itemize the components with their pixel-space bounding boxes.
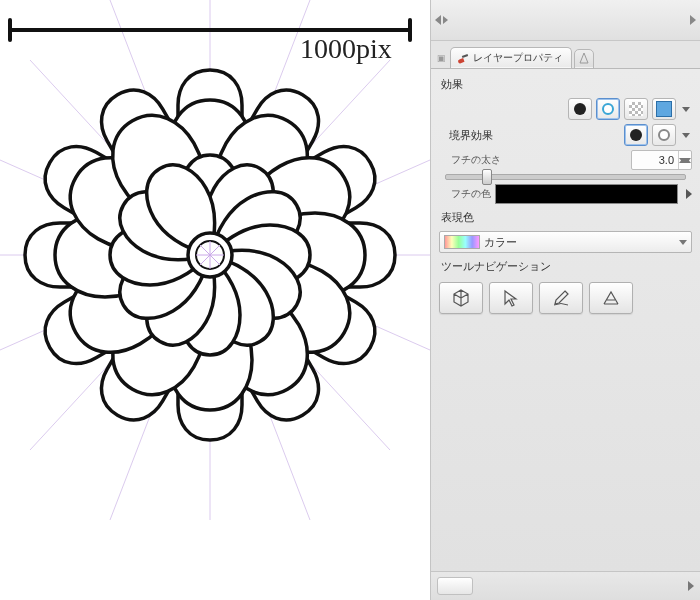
effect-more-icon[interactable] (682, 107, 690, 112)
thickness-spinner[interactable]: 3.0 (631, 150, 692, 170)
border-fill-button[interactable] (624, 124, 648, 146)
effect-color-button[interactable] (652, 98, 676, 120)
circle-fill-icon (630, 129, 642, 141)
thickness-slider[interactable] (445, 174, 686, 180)
expression-value: カラー (484, 235, 675, 250)
canvas-annotation: 1000pix (300, 33, 392, 64)
panel-footer (431, 571, 700, 600)
footer-arrow-icon[interactable] (688, 581, 694, 591)
spinner-down[interactable] (679, 160, 691, 169)
border-color-label: フチの色 (439, 187, 491, 201)
circle-gray-icon (658, 129, 670, 141)
nav-forward-icon[interactable] (690, 15, 696, 25)
thickness-label: フチの太さ (439, 153, 501, 167)
tool-object-button[interactable] (439, 282, 483, 314)
tool-select-button[interactable] (489, 282, 533, 314)
cube-icon (451, 288, 471, 308)
toolnav-heading: ツールナビゲーション (439, 257, 692, 276)
effect-fill-button[interactable] (568, 98, 592, 120)
tool-pen-button[interactable] (539, 282, 583, 314)
color-expand-icon[interactable] (686, 189, 692, 199)
layer-property-panel: ▣ レイヤープロパティ 効果 境界効果 フチの太さ (430, 0, 700, 600)
tool-perspective-button[interactable] (589, 282, 633, 314)
pointer-icon (501, 288, 521, 308)
circle-fill-icon (574, 103, 586, 115)
tab-row: ▣ レイヤープロパティ (431, 41, 700, 69)
nav-left-icon[interactable] (435, 15, 441, 25)
color-spectrum-icon (444, 235, 480, 249)
ruler-icon (579, 53, 589, 65)
footer-handle[interactable] (437, 577, 473, 595)
blue-square-icon (656, 101, 672, 117)
collapse-icon[interactable]: ▣ (437, 53, 446, 63)
tab-label: レイヤープロパティ (473, 51, 563, 65)
panel-body: 効果 境界効果 フチの太さ 3.0 フチの色 (431, 69, 700, 571)
tab-layer-property[interactable]: レイヤープロパティ (450, 47, 572, 68)
panel-header-strip (431, 0, 700, 41)
border-color-well[interactable] (495, 184, 678, 204)
dropdown-chevron-icon (679, 240, 687, 245)
tool-navigation-row (439, 282, 692, 314)
circle-outline-icon (602, 103, 614, 115)
tab-secondary[interactable] (574, 49, 594, 69)
nav-right-icon[interactable] (443, 16, 448, 24)
effect-outline-button[interactable] (596, 98, 620, 120)
drawing-canvas[interactable]: 1000pix (0, 0, 430, 600)
border-more-icon[interactable] (682, 133, 690, 138)
slider-thumb[interactable] (482, 169, 492, 185)
expression-heading: 表現色 (439, 208, 692, 227)
pen-icon (551, 288, 571, 308)
border-outline-button[interactable] (652, 124, 676, 146)
checker-icon (629, 102, 643, 116)
effect-tone-button[interactable] (624, 98, 648, 120)
brush-icon (457, 52, 469, 64)
effect-heading: 効果 (439, 75, 692, 94)
thickness-value: 3.0 (632, 154, 678, 166)
border-effect-heading: 境界効果 (439, 126, 495, 145)
effect-icon-row (439, 98, 692, 120)
expression-dropdown[interactable]: カラー (439, 231, 692, 253)
perspective-icon (601, 288, 621, 308)
